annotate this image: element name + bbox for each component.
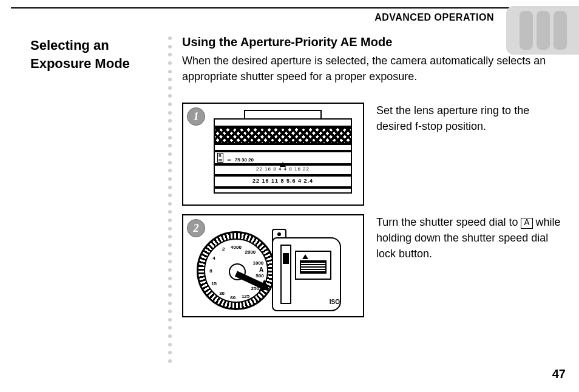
step-badge-1: 1 (187, 107, 205, 126)
steps-list: 1 ft m ∞ 75 30 20 (182, 103, 561, 317)
iso-label: ISO (330, 299, 340, 305)
top-rule (11, 7, 568, 8)
a-mode-symbol: A (521, 218, 532, 229)
title-line-2: Exposure Mode (30, 56, 130, 71)
page-number: 47 (552, 367, 566, 381)
step-badge-2: 2 (187, 219, 205, 237)
left-column-title: Selecting an Exposure Mode (30, 36, 158, 72)
lens-illustration: ft m ∞ 75 30 20 20 10 7 22 16 8 4 4 8 16… (214, 110, 352, 197)
index-mark-icon (280, 162, 286, 167)
step-row: 2 4000 2000 1000 500 250 125 60 (182, 214, 561, 317)
main-column: Using the Aperture-Priority AE Mode When… (182, 35, 561, 326)
title-line-1: Selecting an (30, 38, 109, 53)
focus-ring-grip (214, 127, 352, 144)
step-row: 1 ft m ∞ 75 30 20 (182, 103, 561, 206)
camera-top-illustration: 4000 2000 1000 500 250 125 60 30 15 8 4 … (188, 220, 358, 311)
manual-page: ADVANCED OPERATION Selecting an Exposure… (0, 0, 579, 392)
intro-paragraph: When the desired aperture is selected, t… (182, 53, 561, 84)
step-1-text: Set the lens aperture ring to the desire… (376, 103, 561, 206)
section-header: ADVANCED OPERATION (374, 12, 494, 23)
figure-lens-aperture: 1 ft m ∞ 75 30 20 (182, 103, 364, 206)
column-divider-dots (167, 36, 173, 363)
subsection-heading: Using the Aperture-Priority AE Mode (182, 35, 561, 49)
shutter-speed-dial: 4000 2000 1000 500 250 125 60 30 15 8 4 … (197, 231, 276, 310)
step-2-text: Turn the shutter speed dial to A while h… (376, 214, 561, 317)
aperture-ring-scale: 22 16 11 8 5.6 4 2.4 (214, 175, 352, 188)
figure-shutter-dial: 2 4000 2000 1000 500 250 125 60 (182, 214, 364, 317)
